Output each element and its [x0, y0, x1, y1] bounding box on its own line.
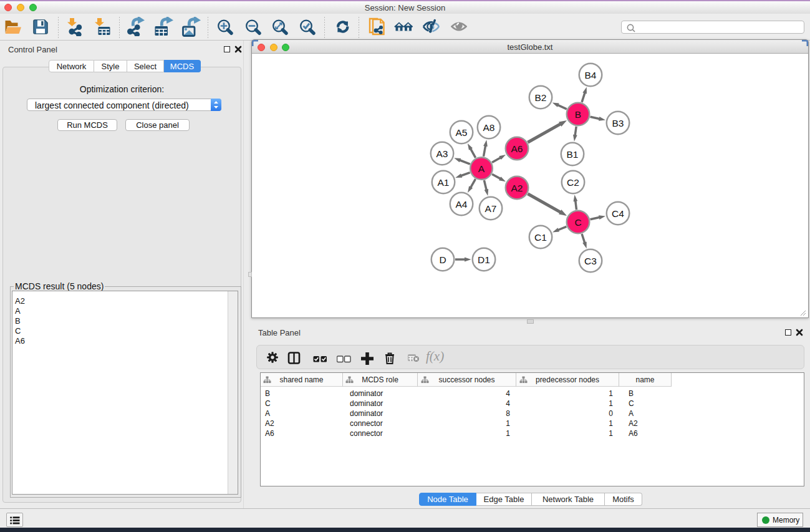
svg-text:A1: A1: [438, 177, 450, 188]
svg-text:A: A: [478, 163, 485, 174]
svg-text:C4: C4: [612, 208, 624, 219]
svg-text:A4: A4: [456, 199, 468, 210]
svg-text:A5: A5: [456, 127, 468, 138]
svg-text:D1: D1: [478, 254, 490, 265]
svg-text:B2: B2: [535, 92, 547, 103]
svg-text:A6: A6: [511, 143, 523, 154]
svg-text:B1: B1: [567, 149, 579, 160]
svg-text:A7: A7: [485, 203, 497, 214]
svg-text:B4: B4: [585, 70, 597, 80]
svg-text:B: B: [575, 109, 581, 120]
svg-text:D: D: [439, 254, 446, 265]
svg-text:A2: A2: [511, 183, 523, 193]
svg-text:C1: C1: [534, 232, 547, 243]
svg-text:B3: B3: [612, 118, 624, 128]
svg-text:C3: C3: [584, 256, 597, 266]
svg-text:A8: A8: [483, 122, 495, 133]
svg-text:C2: C2: [567, 177, 579, 188]
svg-text:C: C: [574, 217, 581, 228]
svg-text:A3: A3: [436, 148, 448, 159]
